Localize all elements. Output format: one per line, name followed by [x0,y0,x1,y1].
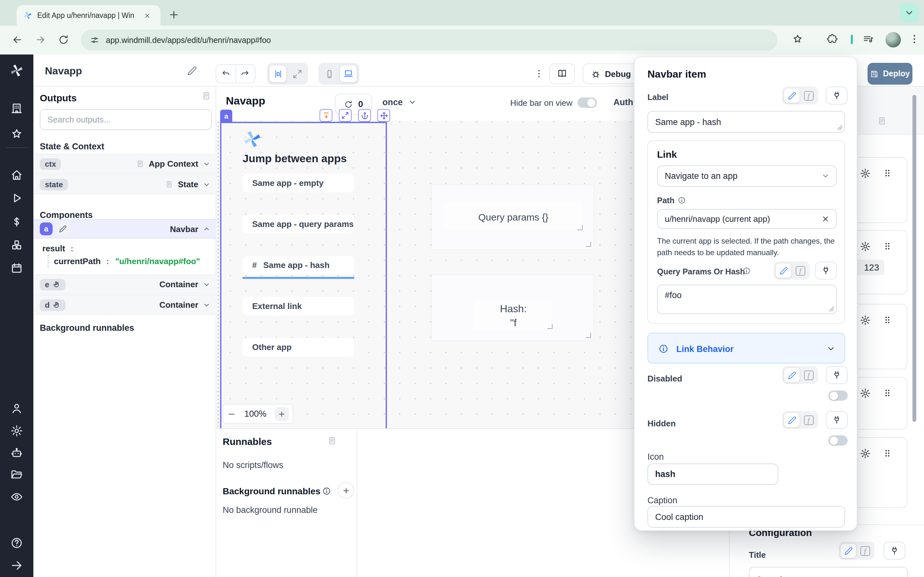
windmill-logo-block[interactable] [0,55,33,87]
add-background-runnable-button[interactable] [338,482,354,499]
chevron-down-icon[interactable] [203,160,210,168]
media-playlist-icon[interactable] [863,33,874,45]
card-drag-grip-icon[interactable] [882,168,893,178]
hidden-toggle[interactable] [829,435,848,446]
hide-bar-toggle[interactable] [577,97,597,108]
schedules-calendar-icon[interactable] [10,261,23,274]
card-drag-grip-icon[interactable] [882,315,893,325]
link-type-select[interactable]: Navigate to an app [657,165,837,187]
card-drag-grip-icon[interactable] [882,241,893,251]
runnables-doc-icon[interactable] [327,436,337,446]
debug-button[interactable]: Debug [583,63,639,84]
static-pencil-mode[interactable] [840,543,857,558]
inspector-doc-icon[interactable] [877,116,887,126]
component-id-badge[interactable]: a [220,110,232,122]
resize-corner[interactable] [548,324,552,329]
fx-mode[interactable]: f [857,543,873,558]
resize-corner[interactable] [577,225,583,230]
query-input-mode-toggle[interactable]: f [774,261,810,279]
clear-x-icon[interactable] [821,215,830,223]
deploy-button[interactable]: Deploy [867,63,913,85]
resize-corner[interactable] [586,242,591,247]
nav-item-same-app-hash[interactable]: # Same app - hash [242,256,354,274]
search-outputs-input[interactable] [40,109,212,130]
path-input[interactable]: u/henri/navapp (current app) [657,209,837,229]
caption-field-input[interactable]: Cool caption [648,506,845,528]
more-options-kebab-icon[interactable] [534,69,544,79]
fx-mode[interactable]: f [800,367,817,383]
zoom-out-minus-icon[interactable] [227,409,236,418]
title-input-mode-toggle[interactable]: f [838,542,875,560]
label-field-input[interactable]: Same app - hash [648,111,845,133]
settings-gear-icon[interactable] [10,424,23,437]
textarea-resize-icon[interactable] [836,124,843,130]
fullwidth-layout-button[interactable] [288,65,306,83]
icon-field-input[interactable]: hash [648,464,779,485]
navbar-component-row[interactable]: a Navbar [33,219,216,239]
runs-play-icon[interactable] [10,192,23,205]
query-params-text-block[interactable]: Query params {} [444,203,583,230]
navbar-edit-box[interactable] [57,222,69,235]
query-params-container[interactable]: Query params {} [431,185,594,250]
title-connect-button[interactable] [884,542,905,560]
fx-mode[interactable]: f [792,263,809,278]
container-e-row[interactable]: e Container [33,274,216,294]
card-settings-gear-icon[interactable] [860,315,871,326]
folders-icon[interactable] [10,469,23,482]
help-icon[interactable] [10,537,23,550]
home-icon[interactable] [10,169,23,181]
hidden-connect-button[interactable] [826,411,848,429]
docs-button[interactable] [549,63,575,84]
title-field-input[interactable]: Jump between apps [749,567,908,577]
hash-container[interactable]: Hash: "f [431,274,594,341]
anchor-handle[interactable] [358,109,371,122]
expand-down-handle[interactable] [320,109,333,122]
outputs-doc-icon[interactable] [202,91,211,101]
fullscreen-handle[interactable] [339,109,352,122]
nav-item-other-app[interactable]: Other app [242,338,354,356]
label-input-mode-toggle[interactable]: f [782,87,818,105]
state-row[interactable]: state State [33,174,216,194]
workspace-building-icon[interactable] [10,102,23,115]
static-pencil-mode[interactable] [783,412,800,428]
profile-avatar[interactable] [885,32,901,47]
query-connect-button[interactable] [815,261,837,279]
users-icon[interactable] [10,402,23,415]
forward-icon[interactable] [35,34,46,45]
card-settings-gear-icon[interactable] [860,168,871,179]
chevron-down-icon[interactable] [203,280,210,288]
workers-robot-icon[interactable] [10,447,23,460]
tab-search-chevron-button[interactable] [900,3,919,23]
component-left-resize-strip[interactable] [216,121,220,428]
back-icon[interactable] [11,34,23,45]
resources-cubes-icon[interactable] [10,239,23,251]
nav-item-external-link[interactable]: External link [242,297,354,316]
disabled-connect-button[interactable] [826,366,848,384]
run-mode-dropdown[interactable]: once [383,97,416,107]
chevron-down-icon[interactable] [203,301,210,309]
collapse-arrow-icon[interactable] [10,559,23,572]
fx-mode[interactable]: f [800,412,817,428]
query-params-input[interactable]: #foo [657,285,837,314]
disabled-input-mode-toggle[interactable]: f [782,366,818,384]
audit-eye-icon[interactable] [10,490,23,503]
disabled-toggle[interactable] [829,390,848,401]
static-pencil-mode[interactable] [783,367,800,383]
resize-corner[interactable] [586,333,591,338]
variables-dollar-icon[interactable] [10,215,23,228]
redo-button[interactable] [236,65,254,83]
hash-text-block[interactable]: Hash: "f [474,301,552,330]
card-settings-gear-icon[interactable] [860,241,871,252]
nav-item-same-app-empty[interactable]: Same app - empty [242,174,354,192]
ctx-row[interactable]: ctx App Context [33,154,216,174]
card-settings-gear-icon[interactable] [860,388,871,399]
label-connect-button[interactable] [826,87,848,105]
browser-tab[interactable]: Edit App u/henri/navapp | Win [17,5,160,26]
fx-mode[interactable]: f [800,88,817,103]
card-settings-gear-icon[interactable] [860,448,871,459]
nav-item-query-params[interactable]: Same app - query params [242,215,354,234]
hidden-input-mode-toggle[interactable]: f [782,411,818,429]
chevron-up-icon[interactable] [203,225,210,233]
browser-menu-kebab-icon[interactable] [909,33,920,45]
container-d-row[interactable]: d Container [33,295,216,315]
